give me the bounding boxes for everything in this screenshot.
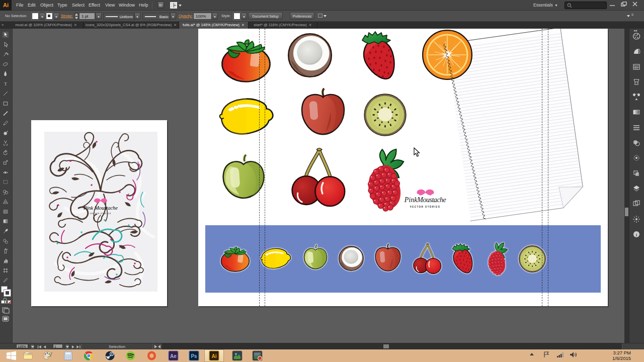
svg-text:Pink Moustache: Pink Moustache	[83, 205, 118, 211]
svg-text:Ai: Ai	[212, 353, 217, 359]
svg-text:Ae: Ae	[170, 353, 177, 359]
svg-text:VECTOR STUDIOS: VECTOR STUDIOS	[90, 213, 111, 215]
svg-text:Ps: Ps	[191, 353, 197, 359]
svg-text:T: T	[4, 81, 7, 86]
